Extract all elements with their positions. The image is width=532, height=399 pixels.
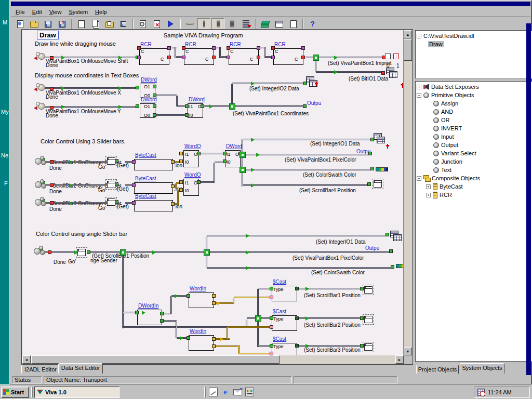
help-button[interactable]: ? — [306, 18, 319, 30]
menu-view[interactable]: View — [46, 8, 65, 16]
run-button[interactable] — [164, 18, 177, 30]
scroll-left-icon[interactable]: ◄ — [22, 355, 31, 364]
window-object-icon[interactable] — [363, 314, 374, 325]
save-as-button[interactable]: ? — [56, 18, 69, 30]
sheet-three-button[interactable] — [211, 18, 224, 30]
scrollbar-event-icon[interactable] — [33, 245, 46, 256]
tree-item-output[interactable]: Output — [417, 141, 532, 149]
tree-item-root[interactable]: −C:\Viva\TestDraw.idl — [417, 32, 532, 40]
desktop-icon-label[interactable]: M — [3, 19, 7, 25]
scroll-down-icon[interactable]: ▼ — [404, 347, 412, 355]
collapse-icon[interactable]: − — [417, 93, 421, 98]
menu-edit[interactable]: Edit — [29, 8, 46, 16]
open-project-button[interactable] — [28, 18, 41, 30]
blank-page-button[interactable] — [287, 18, 300, 30]
i2adl-object-wordin[interactable] — [189, 292, 214, 308]
collapse-icon[interactable]: − — [417, 176, 421, 181]
dataset-sheet-icon[interactable] — [374, 133, 387, 144]
i2adl-object-dwordin[interactable] — [137, 310, 162, 325]
junction-node[interactable] — [204, 249, 210, 256]
tree-item-or[interactable]: OR — [417, 116, 532, 124]
dialog-editor-button[interactable] — [273, 18, 286, 30]
quicklaunch-grip[interactable] — [204, 387, 206, 397]
internet-explorer-icon[interactable]: e — [221, 388, 230, 396]
menu-system[interactable]: System — [65, 8, 91, 16]
dataset-sheet-icon[interactable] — [390, 231, 404, 242]
scrollbar-event-icon[interactable] — [34, 178, 47, 190]
build-button[interactable] — [136, 18, 149, 30]
desktop-icon-label[interactable]: Ne — [1, 152, 8, 158]
scroll-right-icon[interactable]: ► — [395, 355, 404, 364]
tree-item-composite-objects[interactable]: −Composite Objects — [417, 174, 532, 182]
window-object-icon[interactable] — [363, 285, 374, 295]
open-sheet-button[interactable] — [103, 18, 116, 30]
copy-sheet-button[interactable] — [89, 18, 102, 30]
tab-i2adl-editor[interactable]: I2ADL Editor — [21, 365, 60, 374]
tree-item-data-set-exposers[interactable]: +Data Set Exposers — [417, 83, 532, 91]
start-button[interactable]: Start — [1, 387, 29, 398]
delete-sheet-button[interactable]: × — [150, 18, 163, 30]
sheet-name-draw[interactable]: Draw — [37, 31, 59, 39]
sheet-four-button[interactable] — [225, 18, 238, 30]
paintbox-event-icon[interactable] — [34, 102, 46, 111]
i2adl-diagram-canvas[interactable]: Sample VIVA Drawing ProgramDraw line whi… — [22, 30, 404, 355]
desktop-icon-label[interactable]: F — [4, 180, 8, 187]
i2adl-object-wordin[interactable] — [189, 335, 214, 351]
taskbar-grip[interactable] — [31, 387, 33, 397]
vertical-scrollbar[interactable]: ▲ ▼ — [404, 30, 412, 355]
paintbox-event-icon[interactable] — [34, 52, 46, 61]
vertical-scroll-thumb[interactable] — [404, 39, 412, 61]
junction-node[interactable] — [120, 249, 126, 256]
project-file-tree[interactable]: −C:\Viva\TestDraw.idlDraw — [415, 30, 532, 78]
tree-item-text[interactable]: Text — [417, 166, 532, 174]
tab-project-objects[interactable]: Project Objects — [416, 365, 459, 374]
tree-item-input[interactable]: Input — [417, 132, 532, 141]
tree-item-bytecast[interactable]: +ByteCast — [417, 182, 532, 191]
new-sheet-button[interactable] — [75, 18, 88, 30]
show-desktop-icon[interactable] — [209, 388, 218, 396]
outlook-express-icon[interactable] — [233, 389, 242, 395]
collapse-icon[interactable]: − — [417, 34, 421, 38]
new-wizard-button[interactable]: ✳ — [14, 18, 26, 30]
junction-node[interactable] — [255, 315, 261, 322]
scrollbar-event-icon[interactable] — [34, 196, 47, 207]
tree-item-draw[interactable]: Draw — [417, 40, 532, 48]
menu-help[interactable]: Help — [91, 8, 111, 16]
junction-node[interactable] — [229, 103, 235, 110]
dataset-sheet-icon[interactable] — [386, 68, 400, 79]
junction-node[interactable] — [240, 167, 246, 173]
tree-item-junction[interactable]: Junction — [417, 157, 532, 166]
menu-file[interactable]: File — [12, 8, 29, 16]
tree-item-primitive-objects[interactable]: −Primitive Objects — [417, 91, 532, 99]
tree-item-rcr[interactable]: +RCR — [417, 191, 532, 199]
tree-item-variant-select[interactable]: Variant Select — [417, 149, 532, 157]
window-object-icon[interactable] — [363, 342, 374, 352]
sheet-list-button[interactable] — [240, 18, 252, 30]
junction-node[interactable] — [313, 55, 319, 61]
tab-system-objects[interactable]: System Objects — [460, 363, 504, 374]
junction-node[interactable] — [240, 152, 246, 158]
ms-dos-icon[interactable] — [245, 388, 254, 396]
expand-icon[interactable]: + — [426, 184, 431, 189]
library-button[interactable] — [259, 18, 272, 30]
window-object-icon[interactable] — [105, 197, 117, 207]
scrollbar-event-icon[interactable] — [34, 155, 47, 166]
i2adl-object-bytecast[interactable] — [134, 159, 173, 170]
paintbox-event-icon[interactable] — [34, 83, 46, 92]
tree-item-and[interactable]: AND — [417, 108, 532, 116]
expand-icon[interactable]: + — [426, 193, 431, 197]
i2adl-object-bytecast[interactable] — [134, 182, 173, 194]
save-sheet-button[interactable] — [117, 18, 130, 30]
sheet-two-button[interactable] — [197, 18, 210, 30]
tree-item-assign[interactable]: Assign — [417, 99, 532, 108]
window-object-icon[interactable] — [105, 156, 117, 166]
tree-item-invert[interactable]: INVERT — [417, 124, 532, 132]
sheet-flat-button[interactable] — [183, 18, 196, 30]
system-objects-tree[interactable]: +Data Set Exposers−Primitive ObjectsAssi… — [415, 81, 532, 362]
window-object-icon[interactable] — [105, 179, 117, 190]
horizontal-scrollbar[interactable]: ◄ ► — [22, 355, 404, 364]
window-object-icon[interactable] — [76, 247, 87, 258]
horizontal-scroll-thumb[interactable] — [31, 355, 280, 364]
tab-data-set-editor[interactable]: Data Set Editor — [58, 363, 103, 374]
task-scheduler-icon[interactable] — [477, 389, 485, 396]
